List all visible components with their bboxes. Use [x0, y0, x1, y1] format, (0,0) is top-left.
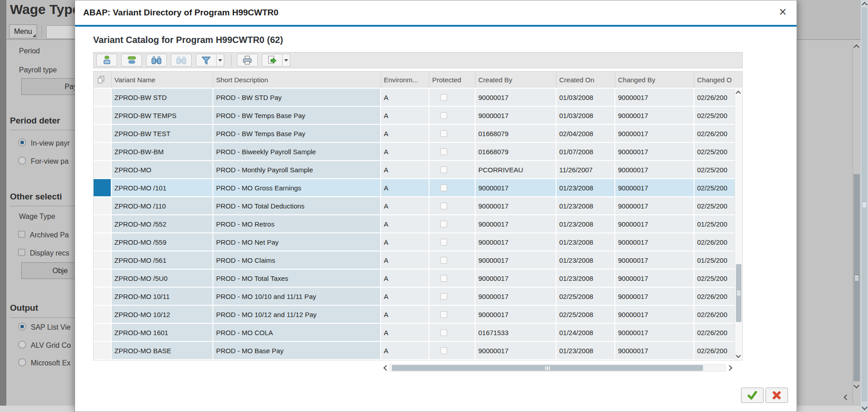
header-created-by[interactable]: Created By: [476, 71, 557, 88]
print-button[interactable]: [237, 54, 258, 66]
table-horizontal-scrollbar[interactable]: [382, 364, 733, 372]
outer-scrollbar-thumb[interactable]: [862, 7, 867, 402]
row-selector[interactable]: [94, 143, 112, 161]
sort-ascending-icon: [101, 55, 113, 66]
sort-descending-button[interactable]: [121, 54, 142, 66]
table-row[interactable]: ZPROD-BW STD PROD - BW STD Pay A 9000001…: [94, 89, 742, 107]
filter-button[interactable]: [196, 54, 217, 66]
protected-checkbox: [440, 148, 447, 155]
row-selector[interactable]: [94, 342, 112, 360]
variant-table: Variant Name Short Description Environm.…: [93, 71, 743, 360]
cell-variant-name: ZPROD-MO 10/12: [112, 306, 213, 324]
table-row[interactable]: ZPROD-MO /559 PROD - MO Net Pay A 900000…: [94, 233, 742, 251]
header-protected[interactable]: Protected: [429, 71, 476, 88]
row-selector[interactable]: [94, 179, 112, 197]
row-selector[interactable]: [94, 270, 112, 288]
protected-checkbox: [440, 293, 447, 300]
vertical-scrollbar-thumb[interactable]: [736, 264, 741, 322]
cell-short-description: PROD - MO Total Deductions: [213, 197, 381, 215]
table-row[interactable]: ZPROD-MO /5U0 PROD - MO Total Taxes A 90…: [94, 270, 742, 288]
table-row[interactable]: ZPROD-BW-BM PROD - Biweekly Payroll Samp…: [94, 143, 742, 161]
sort-ascending-button[interactable]: [96, 54, 117, 66]
table-row[interactable]: ZPROD-BW TEMPS PROD - BW Temps Base Pay …: [94, 107, 742, 125]
cell-short-description: PROD - MO COLA: [213, 324, 381, 342]
row-selector[interactable]: [94, 324, 112, 342]
cell-protected: [429, 342, 476, 360]
horizontal-scrollbar-thumb[interactable]: [392, 365, 703, 371]
protected-checkbox: [440, 311, 447, 318]
cell-environment: A: [381, 179, 429, 197]
table-row[interactable]: ZPROD-MO 10/12 PROD - MO 10/12 and 11/12…: [94, 306, 742, 324]
table-row[interactable]: ZPROD-MO BASE PROD - MO Base Pay A 90000…: [94, 342, 742, 360]
row-selector[interactable]: [94, 306, 112, 324]
protected-checkbox: [440, 221, 447, 227]
cell-protected: [429, 288, 476, 306]
row-selector[interactable]: [94, 233, 112, 251]
cell-environment: A: [381, 306, 429, 324]
table-row[interactable]: ZPROD-MO /561 PROD - MO Claims A 9000001…: [94, 251, 742, 270]
cell-created-on: 02/04/2008: [557, 125, 615, 143]
table-row[interactable]: ZPROD-MO 10/11 PROD - MO 10/10 and 11/11…: [94, 288, 742, 306]
header-variant-name[interactable]: Variant Name: [112, 71, 213, 88]
protected-checkbox: [440, 130, 447, 137]
in-view-radio: [18, 138, 26, 147]
for-view-radio: [18, 156, 26, 165]
find-next-button[interactable]: [171, 54, 192, 66]
header-changed-by[interactable]: Changed By: [615, 71, 694, 88]
table-row[interactable]: ZPROD-MO /552 PROD - MO Retros A 9000001…: [94, 215, 742, 233]
cell-environment: A: [381, 143, 429, 161]
header-created-on[interactable]: Created On: [557, 71, 615, 88]
cell-environment: A: [381, 215, 429, 233]
header-changed-on[interactable]: Changed O: [694, 71, 743, 88]
find-button[interactable]: [146, 54, 167, 66]
cell-protected: [429, 233, 476, 251]
table-vertical-scrollbar[interactable]: [735, 89, 742, 360]
scroll-right-button[interactable]: [726, 366, 733, 370]
row-selector[interactable]: [94, 215, 112, 233]
row-selector[interactable]: [94, 125, 112, 143]
protected-checkbox: [440, 112, 447, 119]
table-row[interactable]: ZPROD-BW TEST PROD - BW Temps Base Pay A…: [94, 125, 742, 143]
close-icon[interactable]: ×: [779, 5, 787, 19]
export-dropdown-button[interactable]: [283, 54, 290, 66]
cell-environment: A: [381, 233, 429, 251]
cell-created-by: 90000017: [476, 270, 557, 288]
cell-changed-on: 02/26/200: [694, 288, 736, 306]
cell-short-description: PROD - MO Retros: [213, 215, 381, 233]
table-row[interactable]: ZPROD-MO /101 PROD - MO Gross Earnings A…: [94, 179, 742, 197]
cell-changed-on: 02/25/200: [694, 143, 736, 161]
scroll-up-icon[interactable]: [736, 90, 741, 95]
cell-variant-name: ZPROD-MO /552: [112, 215, 213, 233]
display-recs-checkbox-label: Display recs: [30, 249, 69, 257]
filter-dropdown-button[interactable]: [217, 54, 224, 66]
row-selector[interactable]: [94, 89, 112, 107]
scroll-down-icon[interactable]: [736, 353, 741, 358]
row-selector[interactable]: [94, 161, 112, 179]
cell-variant-name: ZPROD-MO BASE: [112, 342, 213, 360]
confirm-button[interactable]: [741, 388, 764, 403]
select-all-header[interactable]: [94, 71, 112, 88]
horizontal-scrollbar-track[interactable]: [390, 364, 726, 372]
cell-created-by: 01668079: [476, 143, 557, 161]
protected-checkbox: [440, 329, 447, 336]
cell-created-on: 01/23/2008: [557, 342, 615, 360]
cell-environment: A: [381, 251, 429, 270]
output-heading: Output: [10, 303, 38, 313]
period-determination-heading: Period deter: [10, 116, 60, 126]
row-selector[interactable]: [94, 197, 112, 215]
table-row[interactable]: ZPROD-MO PROD - Monthly Payroll Sample A…: [94, 161, 742, 179]
cell-short-description: PROD - BW STD Pay: [213, 89, 381, 107]
cell-protected: [429, 197, 476, 215]
row-selector[interactable]: [94, 288, 112, 306]
cancel-button[interactable]: [765, 388, 788, 403]
scroll-left-button[interactable]: [382, 366, 390, 370]
table-row[interactable]: ZPROD-MO /110 PROD - MO Total Deductions…: [94, 197, 742, 215]
filter-icon: [200, 55, 212, 66]
row-selector[interactable]: [94, 251, 112, 270]
row-selector[interactable]: [94, 107, 112, 125]
table-row[interactable]: ZPROD-MO 1601 PROD - MO COLA A 01671533 …: [94, 324, 742, 342]
header-short-description[interactable]: Short Description: [213, 71, 381, 88]
export-button[interactable]: [262, 54, 283, 66]
header-environment[interactable]: Environm...: [381, 71, 429, 88]
scroll-left-icon: [844, 394, 849, 400]
